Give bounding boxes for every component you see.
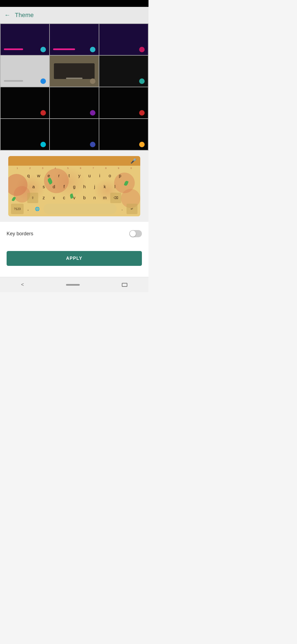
theme-card-6[interactable] <box>99 56 148 87</box>
theme-grid <box>0 23 148 151</box>
key-w[interactable]: w <box>34 171 43 181</box>
key-a[interactable]: a <box>29 182 38 192</box>
theme-card-8[interactable] <box>50 87 98 118</box>
theme-dot <box>139 110 145 116</box>
key-y[interactable]: y <box>75 171 84 181</box>
key-s[interactable]: s <box>39 182 48 192</box>
theme-bar <box>4 48 23 50</box>
theme-card-2[interactable] <box>50 24 98 55</box>
spacebar[interactable] <box>43 204 117 214</box>
apply-section: APPLY <box>0 245 148 277</box>
kb-toolbar: 🎤 <box>8 156 140 166</box>
key-z[interactable]: z <box>39 193 48 203</box>
nav-recents-button[interactable] <box>122 283 127 287</box>
key-c[interactable]: c <box>59 193 69 203</box>
theme-card-11[interactable] <box>50 119 98 150</box>
theme-dot <box>90 78 95 84</box>
theme-dot <box>40 78 46 84</box>
key-borders-row: Key borders <box>7 230 142 237</box>
key-k[interactable]: k <box>100 182 109 192</box>
key-x[interactable]: x <box>49 193 59 203</box>
bottom-nav: < <box>0 277 148 292</box>
kb-body: 1 2 3 4 5 6 7 8 9 0 q w e r t y u i <box>8 166 140 216</box>
shift-key[interactable]: ⇧ <box>27 193 38 203</box>
key-r[interactable]: r <box>54 171 64 181</box>
theme-card-10[interactable] <box>1 119 49 150</box>
key-n[interactable]: n <box>90 193 99 203</box>
kb-row-2: a s d f g h j k l <box>10 182 139 192</box>
mic-icon[interactable]: 🎤 <box>130 158 136 164</box>
key-d[interactable]: d <box>49 182 59 192</box>
settings-section: Key borders <box>0 222 148 245</box>
theme-dot <box>40 110 46 116</box>
theme-card-9[interactable] <box>99 87 148 118</box>
toggle-thumb <box>130 231 136 237</box>
key-v[interactable]: v <box>70 193 79 203</box>
theme-dot <box>40 142 46 147</box>
page-title: Theme <box>15 12 34 19</box>
key-p[interactable]: p <box>116 171 125 181</box>
theme-bar <box>53 48 75 50</box>
globe-key[interactable]: 🌐 <box>32 204 42 214</box>
theme-card-12[interactable] <box>99 119 148 150</box>
theme-dot <box>40 47 46 52</box>
status-bar <box>0 0 148 7</box>
key-q[interactable]: q <box>24 171 33 181</box>
header: ← Theme <box>0 7 148 23</box>
theme-bar <box>66 78 82 79</box>
key-borders-toggle[interactable] <box>129 230 142 237</box>
theme-card-5[interactable] <box>50 56 98 87</box>
keyboard-preview-section: 🎤 1 2 3 4 5 6 7 8 <box>0 151 148 222</box>
nav-home-pill[interactable] <box>66 284 80 286</box>
kb-row-3: ⇧ z x c v b n m ⌫ <box>10 193 139 203</box>
theme-dot <box>139 142 145 147</box>
key-l[interactable]: l <box>110 182 120 192</box>
theme-inner-box <box>54 63 95 79</box>
comma-key[interactable]: , <box>24 204 32 214</box>
key-f[interactable]: f <box>59 182 69 192</box>
theme-card-4[interactable] <box>1 56 49 87</box>
key-u[interactable]: u <box>85 171 94 181</box>
theme-dot <box>139 78 145 84</box>
key-e[interactable]: e <box>44 171 54 181</box>
back-button[interactable]: ← <box>4 12 10 19</box>
theme-dot <box>90 110 95 116</box>
key-m[interactable]: m <box>100 193 109 203</box>
theme-card-7[interactable] <box>1 87 49 118</box>
apply-button[interactable]: APPLY <box>7 251 142 266</box>
backspace-key[interactable]: ⌫ <box>110 193 121 203</box>
kb-row-1: q w e r t y u i o p <box>10 171 139 181</box>
key-t[interactable]: t <box>65 171 74 181</box>
theme-card-1[interactable] <box>1 24 49 55</box>
theme-dot <box>139 47 145 52</box>
key-j[interactable]: j <box>90 182 99 192</box>
kb-number-row: 1 2 3 4 5 6 7 8 9 0 <box>10 166 139 170</box>
nav-back-button[interactable]: < <box>21 282 24 288</box>
kb-bottom-row: ?123 , 🌐 . ↵ <box>10 204 139 214</box>
period-key[interactable]: . <box>118 204 126 214</box>
key-b[interactable]: b <box>80 193 89 203</box>
enter-key[interactable]: ↵ <box>127 204 138 214</box>
theme-card-3[interactable] <box>99 24 148 55</box>
key-g[interactable]: g <box>70 182 79 192</box>
symbols-key[interactable]: ?123 <box>11 204 24 214</box>
key-borders-label: Key borders <box>7 231 33 237</box>
key-o[interactable]: o <box>105 171 115 181</box>
keyboard-preview: 🎤 1 2 3 4 5 6 7 8 <box>8 156 140 216</box>
theme-bar <box>4 80 23 82</box>
theme-dot <box>90 142 95 147</box>
theme-dot <box>90 47 95 52</box>
key-h[interactable]: h <box>80 182 89 192</box>
key-i[interactable]: i <box>95 171 105 181</box>
